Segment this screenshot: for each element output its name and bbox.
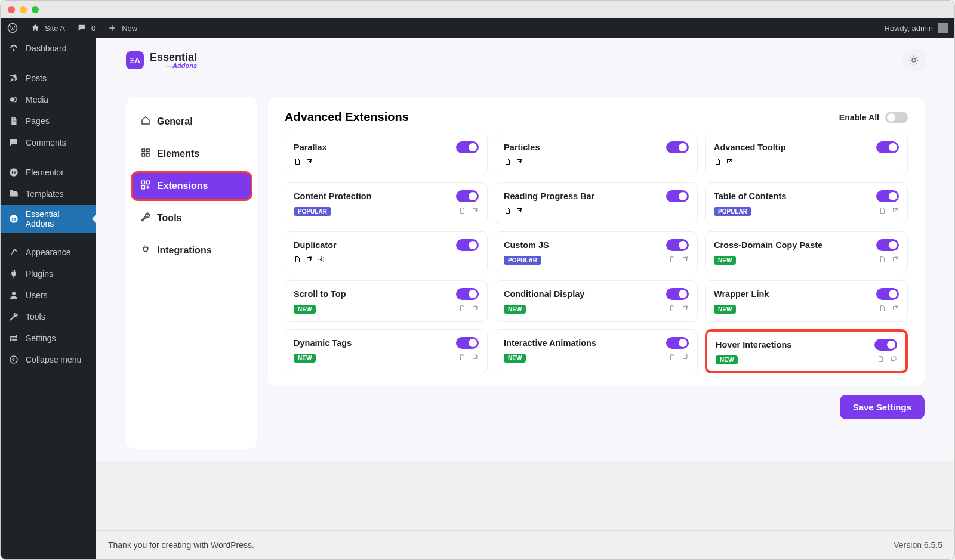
external-link-icon[interactable] xyxy=(682,352,689,363)
external-link-icon[interactable] xyxy=(306,157,313,168)
extension-toggle[interactable] xyxy=(666,190,689,202)
extension-toggle[interactable] xyxy=(456,288,479,300)
doc-icon[interactable] xyxy=(294,157,301,168)
external-link-icon[interactable] xyxy=(682,304,689,314)
extension-badge: NEW xyxy=(714,305,736,314)
extension-toggle[interactable] xyxy=(456,239,479,251)
wp-menu-collapse-menu[interactable]: Collapse menu xyxy=(1,349,96,370)
site-link[interactable]: Site A xyxy=(29,22,65,34)
external-link-icon[interactable] xyxy=(892,206,899,216)
doc-icon[interactable] xyxy=(294,255,301,265)
doc-icon[interactable] xyxy=(879,255,886,265)
doc-icon[interactable] xyxy=(879,304,886,314)
external-link-icon[interactable] xyxy=(472,352,479,363)
extension-toggle[interactable] xyxy=(456,337,479,349)
doc-icon[interactable] xyxy=(504,157,511,168)
minimize-window[interactable] xyxy=(20,6,27,13)
svg-rect-31 xyxy=(683,258,687,261)
external-link-icon[interactable] xyxy=(890,354,897,365)
wp-menu-pages[interactable]: Pages xyxy=(1,110,96,132)
wp-menu-posts[interactable]: Posts xyxy=(1,67,96,89)
extension-toggle[interactable] xyxy=(666,239,689,251)
doc-icon[interactable] xyxy=(879,206,886,216)
extension-toggle[interactable] xyxy=(456,141,479,153)
wp-menu-label: Media xyxy=(26,95,48,104)
close-window[interactable] xyxy=(8,6,15,13)
enable-all-toggle[interactable] xyxy=(885,112,908,123)
wp-menu-elementor[interactable]: Elementor xyxy=(1,162,96,183)
external-link-icon[interactable] xyxy=(472,206,479,216)
elements-tab-icon xyxy=(140,147,151,160)
extension-content-protection: Content ProtectionPOPULAR xyxy=(285,182,488,224)
external-link-icon[interactable] xyxy=(516,157,523,168)
extension-toggle[interactable] xyxy=(666,337,689,349)
svg-point-1 xyxy=(10,97,15,102)
doc-icon[interactable] xyxy=(504,206,511,216)
doc-icon[interactable] xyxy=(668,304,676,314)
maximize-window[interactable] xyxy=(32,6,39,13)
theme-toggle[interactable] xyxy=(903,49,925,71)
extension-toggle[interactable] xyxy=(876,288,899,300)
collapse-menu-icon xyxy=(8,354,20,366)
templates-icon xyxy=(8,188,20,200)
doc-icon[interactable] xyxy=(668,255,676,265)
wp-menu-templates[interactable]: Templates xyxy=(1,183,96,205)
extension-toggle[interactable] xyxy=(876,190,899,202)
external-link-icon[interactable] xyxy=(516,206,523,216)
tab-tools[interactable]: Tools xyxy=(132,205,251,232)
tab-extensions[interactable]: Extensions xyxy=(132,172,251,200)
wp-menu-tools[interactable]: Tools xyxy=(1,306,96,327)
footer-thanks: Thank you for creating with WordPress. xyxy=(108,540,254,550)
mac-titlebar xyxy=(1,1,954,18)
doc-icon[interactable] xyxy=(458,304,466,314)
extension-interactive-animations: Interactive AnimationsNEW xyxy=(495,329,698,373)
wp-menu-comments[interactable]: Comments xyxy=(1,132,96,153)
doc-icon[interactable] xyxy=(668,352,676,363)
extension-name: Scroll to Top xyxy=(294,289,346,299)
wp-menu-label: Templates xyxy=(26,189,64,199)
external-link-icon[interactable] xyxy=(306,255,313,265)
external-link-icon[interactable] xyxy=(892,255,899,265)
doc-icon[interactable] xyxy=(714,157,721,168)
comments-link[interactable]: 0 xyxy=(76,22,96,34)
wp-menu-dashboard[interactable]: Dashboard xyxy=(1,38,96,59)
extension-name: Interactive Animations xyxy=(504,338,596,348)
tab-general[interactable]: General xyxy=(132,108,251,135)
wp-menu-plugins[interactable]: Plugins xyxy=(1,263,96,284)
plugins-icon xyxy=(8,268,20,280)
ea-logo[interactable]: ΞA Essential —Addons xyxy=(126,51,197,69)
extension-toggle[interactable] xyxy=(876,141,899,153)
tab-integrations[interactable]: Integrations xyxy=(132,237,251,264)
external-link-icon[interactable] xyxy=(892,304,899,314)
wp-menu-media[interactable]: Media xyxy=(1,89,96,110)
wp-menu-essential-addons[interactable]: eaEssential Addons xyxy=(1,205,96,233)
new-link[interactable]: New xyxy=(106,22,137,34)
extension-toggle[interactable] xyxy=(666,141,689,153)
tab-elements[interactable]: Elements xyxy=(132,140,251,168)
wp-menu-users[interactable]: Users xyxy=(1,284,96,306)
settings-icon[interactable] xyxy=(318,255,325,265)
elementor-icon xyxy=(8,166,20,178)
external-link-icon[interactable] xyxy=(472,304,479,314)
extension-toggle[interactable] xyxy=(874,339,897,351)
wp-logo[interactable] xyxy=(7,22,19,34)
ea-header: ΞA Essential —Addons xyxy=(96,38,954,79)
svg-rect-5 xyxy=(14,172,16,173)
ea-logo-badge: ΞA xyxy=(126,51,144,69)
save-settings-button[interactable]: Save Settings xyxy=(840,395,925,419)
external-link-icon[interactable] xyxy=(682,255,689,265)
extension-toggle[interactable] xyxy=(456,190,479,202)
wp-admin-bar: Site A 0 New Howdy, admin xyxy=(1,18,954,38)
posts-icon xyxy=(8,72,20,84)
extension-badge: NEW xyxy=(714,256,736,265)
extension-toggle[interactable] xyxy=(666,288,689,300)
external-link-icon[interactable] xyxy=(726,157,733,168)
doc-icon[interactable] xyxy=(458,352,466,363)
tools-icon xyxy=(8,311,20,323)
wp-menu-appearance[interactable]: Appearance xyxy=(1,242,96,263)
wp-menu-settings[interactable]: Settings xyxy=(1,327,96,349)
extension-toggle[interactable] xyxy=(876,239,899,251)
doc-icon[interactable] xyxy=(877,354,884,365)
doc-icon[interactable] xyxy=(458,206,466,216)
howdy-link[interactable]: Howdy, admin xyxy=(885,23,948,33)
